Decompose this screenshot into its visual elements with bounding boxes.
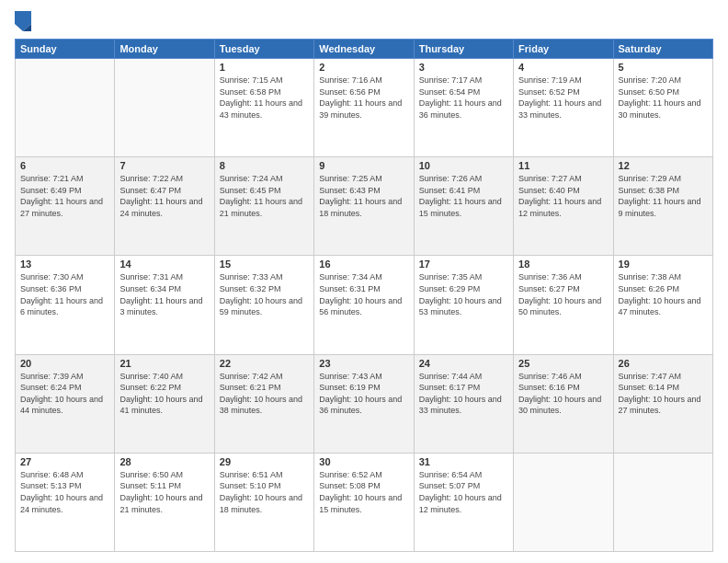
day-number: 26 <box>619 358 708 369</box>
calendar-day-cell: 22Sunrise: 7:42 AMSunset: 6:21 PMDayligh… <box>214 354 313 453</box>
weekday-header-sunday: Sunday <box>16 40 115 59</box>
day-info: Sunrise: 7:16 AMSunset: 6:56 PMDaylight:… <box>319 75 408 121</box>
calendar-day-cell: 12Sunrise: 7:29 AMSunset: 6:38 PMDayligh… <box>613 157 712 256</box>
calendar-day-cell: 15Sunrise: 7:33 AMSunset: 6:32 PMDayligh… <box>214 256 313 354</box>
day-number: 21 <box>119 358 209 369</box>
day-info: Sunrise: 7:22 AMSunset: 6:47 PMDaylight:… <box>119 173 209 219</box>
day-info: Sunrise: 7:21 AMSunset: 6:49 PMDaylight:… <box>20 173 109 219</box>
calendar-week-row: 6Sunrise: 7:21 AMSunset: 6:49 PMDaylight… <box>16 157 713 256</box>
day-info: Sunrise: 7:27 AMSunset: 6:40 PMDaylight:… <box>518 173 608 219</box>
weekday-header-thursday: Thursday <box>414 40 513 59</box>
calendar-day-cell: 14Sunrise: 7:31 AMSunset: 6:34 PMDayligh… <box>115 256 214 354</box>
weekday-header-wednesday: Wednesday <box>314 40 414 59</box>
calendar-day-cell: 4Sunrise: 7:19 AMSunset: 6:52 PMDaylight… <box>514 59 613 157</box>
day-number: 31 <box>419 456 508 467</box>
day-number: 5 <box>619 62 708 73</box>
logo-icon <box>15 11 31 31</box>
day-info: Sunrise: 7:39 AMSunset: 6:24 PMDaylight:… <box>20 371 109 417</box>
day-info: Sunrise: 7:31 AMSunset: 6:34 PMDaylight:… <box>119 271 209 317</box>
day-info: Sunrise: 7:29 AMSunset: 6:38 PMDaylight:… <box>619 173 708 219</box>
weekday-header-row: SundayMondayTuesdayWednesdayThursdayFrid… <box>16 40 713 59</box>
day-info: Sunrise: 7:24 AMSunset: 6:45 PMDaylight:… <box>220 173 309 219</box>
calendar-day-cell <box>613 453 712 551</box>
day-number: 23 <box>319 358 408 369</box>
calendar-day-cell: 8Sunrise: 7:24 AMSunset: 6:45 PMDaylight… <box>214 157 313 256</box>
day-info: Sunrise: 6:48 AMSunset: 5:13 PMDaylight:… <box>20 469 109 515</box>
calendar-day-cell: 9Sunrise: 7:25 AMSunset: 6:43 PMDaylight… <box>314 157 414 256</box>
day-info: Sunrise: 7:38 AMSunset: 6:26 PMDaylight:… <box>619 271 708 317</box>
calendar-day-cell: 30Sunrise: 6:52 AMSunset: 5:08 PMDayligh… <box>314 453 414 551</box>
calendar-day-cell: 16Sunrise: 7:34 AMSunset: 6:31 PMDayligh… <box>314 256 414 354</box>
calendar-day-cell: 17Sunrise: 7:35 AMSunset: 6:29 PMDayligh… <box>414 256 513 354</box>
day-number: 7 <box>119 160 209 171</box>
day-number: 20 <box>20 358 109 369</box>
calendar-day-cell: 26Sunrise: 7:47 AMSunset: 6:14 PMDayligh… <box>613 354 712 453</box>
day-info: Sunrise: 6:52 AMSunset: 5:08 PMDaylight:… <box>319 469 408 515</box>
day-number: 11 <box>518 160 608 171</box>
calendar-day-cell: 6Sunrise: 7:21 AMSunset: 6:49 PMDaylight… <box>16 157 115 256</box>
day-number: 18 <box>518 259 608 270</box>
day-number: 19 <box>619 259 708 270</box>
day-info: Sunrise: 7:43 AMSunset: 6:19 PMDaylight:… <box>319 371 408 417</box>
day-number: 24 <box>419 358 508 369</box>
day-number: 8 <box>220 160 309 171</box>
calendar-day-cell: 13Sunrise: 7:30 AMSunset: 6:36 PMDayligh… <box>16 256 115 354</box>
calendar-day-cell: 3Sunrise: 7:17 AMSunset: 6:54 PMDaylight… <box>414 59 513 157</box>
logo <box>15 11 35 31</box>
day-number: 4 <box>518 62 608 73</box>
calendar-day-cell: 19Sunrise: 7:38 AMSunset: 6:26 PMDayligh… <box>613 256 712 354</box>
day-number: 28 <box>119 456 209 467</box>
day-number: 13 <box>20 259 109 270</box>
day-number: 15 <box>220 259 309 270</box>
day-info: Sunrise: 7:42 AMSunset: 6:21 PMDaylight:… <box>220 371 309 417</box>
calendar-week-row: 20Sunrise: 7:39 AMSunset: 6:24 PMDayligh… <box>16 354 713 453</box>
weekday-header-friday: Friday <box>514 40 613 59</box>
calendar-day-cell: 5Sunrise: 7:20 AMSunset: 6:50 PMDaylight… <box>613 59 712 157</box>
day-number: 1 <box>220 62 309 73</box>
day-number: 10 <box>419 160 508 171</box>
day-info: Sunrise: 6:54 AMSunset: 5:07 PMDaylight:… <box>419 469 508 515</box>
calendar-day-cell <box>16 59 115 157</box>
calendar-day-cell: 21Sunrise: 7:40 AMSunset: 6:22 PMDayligh… <box>115 354 214 453</box>
day-info: Sunrise: 6:51 AMSunset: 5:10 PMDaylight:… <box>220 469 309 515</box>
day-number: 6 <box>20 160 109 171</box>
calendar-day-cell: 24Sunrise: 7:44 AMSunset: 6:17 PMDayligh… <box>414 354 513 453</box>
calendar-day-cell: 27Sunrise: 6:48 AMSunset: 5:13 PMDayligh… <box>16 453 115 551</box>
day-info: Sunrise: 7:19 AMSunset: 6:52 PMDaylight:… <box>518 75 608 121</box>
day-number: 30 <box>319 456 408 467</box>
calendar-day-cell: 18Sunrise: 7:36 AMSunset: 6:27 PMDayligh… <box>514 256 613 354</box>
day-info: Sunrise: 7:30 AMSunset: 6:36 PMDaylight:… <box>20 271 109 317</box>
day-info: Sunrise: 7:20 AMSunset: 6:50 PMDaylight:… <box>619 75 708 121</box>
day-info: Sunrise: 7:34 AMSunset: 6:31 PMDaylight:… <box>319 271 408 317</box>
calendar-day-cell: 1Sunrise: 7:15 AMSunset: 6:58 PMDaylight… <box>214 59 313 157</box>
calendar-day-cell: 10Sunrise: 7:26 AMSunset: 6:41 PMDayligh… <box>414 157 513 256</box>
day-number: 25 <box>518 358 608 369</box>
weekday-header-monday: Monday <box>115 40 214 59</box>
calendar-week-row: 27Sunrise: 6:48 AMSunset: 5:13 PMDayligh… <box>16 453 713 551</box>
day-info: Sunrise: 7:40 AMSunset: 6:22 PMDaylight:… <box>119 371 209 417</box>
day-number: 27 <box>20 456 109 467</box>
calendar-day-cell <box>514 453 613 551</box>
day-number: 22 <box>220 358 309 369</box>
day-number: 16 <box>319 259 408 270</box>
day-info: Sunrise: 7:15 AMSunset: 6:58 PMDaylight:… <box>220 75 309 121</box>
day-info: Sunrise: 7:35 AMSunset: 6:29 PMDaylight:… <box>419 271 508 317</box>
page-header <box>15 11 713 31</box>
calendar-week-row: 1Sunrise: 7:15 AMSunset: 6:58 PMDaylight… <box>16 59 713 157</box>
calendar-day-cell: 11Sunrise: 7:27 AMSunset: 6:40 PMDayligh… <box>514 157 613 256</box>
day-info: Sunrise: 7:17 AMSunset: 6:54 PMDaylight:… <box>419 75 508 121</box>
calendar-table: SundayMondayTuesdayWednesdayThursdayFrid… <box>15 39 713 552</box>
calendar-day-cell: 31Sunrise: 6:54 AMSunset: 5:07 PMDayligh… <box>414 453 513 551</box>
day-number: 9 <box>319 160 408 171</box>
day-info: Sunrise: 7:26 AMSunset: 6:41 PMDaylight:… <box>419 173 508 219</box>
day-number: 17 <box>419 259 508 270</box>
day-info: Sunrise: 7:44 AMSunset: 6:17 PMDaylight:… <box>419 371 508 417</box>
calendar-day-cell: 23Sunrise: 7:43 AMSunset: 6:19 PMDayligh… <box>314 354 414 453</box>
calendar-day-cell: 28Sunrise: 6:50 AMSunset: 5:11 PMDayligh… <box>115 453 214 551</box>
weekday-header-saturday: Saturday <box>613 40 712 59</box>
calendar-day-cell <box>115 59 214 157</box>
calendar-day-cell: 2Sunrise: 7:16 AMSunset: 6:56 PMDaylight… <box>314 59 414 157</box>
day-info: Sunrise: 7:36 AMSunset: 6:27 PMDaylight:… <box>518 271 608 317</box>
calendar-day-cell: 20Sunrise: 7:39 AMSunset: 6:24 PMDayligh… <box>16 354 115 453</box>
day-number: 12 <box>619 160 708 171</box>
